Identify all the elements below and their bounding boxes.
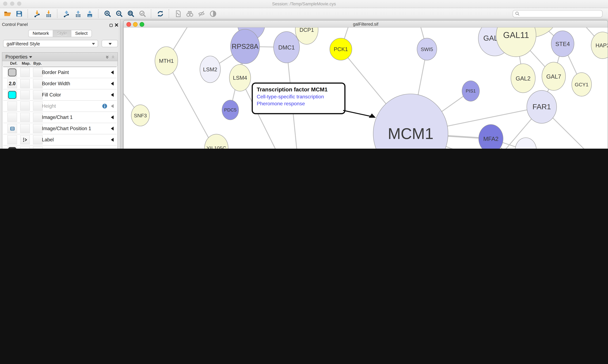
close-panel-icon[interactable] [114, 22, 119, 29]
map-cell[interactable] [20, 68, 30, 77]
import-network-icon[interactable] [32, 9, 42, 18]
contrast-icon[interactable] [208, 9, 218, 18]
node-label: GCY1 [575, 82, 589, 87]
export-image-icon[interactable] [84, 9, 95, 18]
node-lsm4[interactable]: LSM4 [229, 64, 251, 91]
property-row-border-width[interactable]: 2.0Border Width [3, 78, 117, 90]
node-label: FAR1 [532, 103, 551, 111]
map-cell[interactable] [20, 113, 30, 122]
expand-row-icon[interactable] [111, 127, 113, 130]
byp-cell[interactable] [33, 68, 42, 77]
zoom-selected-icon[interactable] [137, 9, 147, 18]
map-cell[interactable] [20, 79, 30, 88]
expand-row-icon[interactable] [111, 138, 113, 142]
node-pdc5[interactable]: PDC5 [222, 100, 239, 120]
save-icon[interactable] [14, 9, 24, 18]
byp-cell[interactable] [33, 79, 42, 88]
def-cell[interactable] [7, 90, 17, 100]
annotation-link[interactable]: Pheromone response [257, 101, 340, 106]
node-ste4[interactable]: STE4 [551, 30, 574, 57]
property-row-image-chart-position-1[interactable]: Image/Chart Position 1 [3, 123, 117, 134]
node-label: MFA2 [483, 135, 498, 142]
expand-row-icon[interactable] [111, 104, 113, 108]
node-pck1[interactable]: PCK1 [330, 38, 352, 60]
def-cell[interactable]: 2.0 [7, 79, 17, 88]
node-rps28a[interactable]: RPS28A [230, 29, 260, 64]
tab-style[interactable]: Style [53, 30, 71, 37]
byp-cell[interactable] [33, 124, 42, 133]
map-cell[interactable] [20, 124, 30, 133]
map-cell[interactable] [20, 135, 30, 144]
zoom-out-icon[interactable] [114, 9, 124, 18]
byp-cell[interactable] [33, 90, 42, 100]
node-mth1[interactable]: MTH1 [155, 47, 178, 75]
expand-row-icon[interactable] [111, 116, 113, 119]
style-options-button[interactable] [102, 40, 118, 47]
property-row-height[interactable]: Height [3, 101, 117, 112]
property-row-label-color[interactable]: Label Color [3, 146, 117, 149]
network-window-titlebar[interactable]: galFiltered.sif [124, 21, 608, 27]
float-panel-icon[interactable] [109, 22, 113, 29]
zoom-in-icon[interactable] [102, 9, 112, 18]
hide-eye-icon[interactable] [196, 9, 206, 18]
annotation-link[interactable]: Cell-type-specific transcription [257, 94, 340, 100]
node-pis1[interactable]: PIS1 [462, 80, 480, 101]
network-canvas[interactable]: RPS28ADMC1DCP1PCK1SWI5MTH1LSM2LSM4SNF3PD… [124, 27, 608, 149]
column-header: Map. [22, 61, 30, 65]
collapse-all-icon[interactable] [111, 54, 115, 61]
network-document-icon[interactable] [173, 9, 183, 18]
property-label: Border Width [42, 81, 70, 86]
color-swatch [8, 91, 16, 99]
column-header: Def. [10, 61, 17, 65]
byp-cell[interactable] [33, 135, 42, 144]
def-cell[interactable] [7, 146, 17, 149]
node-gal7[interactable]: GAL7 [542, 62, 566, 91]
property-label: Label [42, 137, 54, 143]
def-cell[interactable] [7, 68, 17, 77]
node-dmc1[interactable]: DMC1 [274, 31, 300, 63]
property-row-border-paint[interactable]: Border Paint [3, 66, 117, 78]
export-network-icon[interactable] [61, 9, 71, 18]
property-row-image-chart-1[interactable]: Image/Chart 1 [3, 112, 117, 123]
node-gcy1[interactable]: GCY1 [572, 72, 592, 96]
chevron-down-icon [92, 43, 95, 45]
properties-title[interactable]: Properties [5, 54, 32, 60]
map-cell[interactable] [20, 90, 30, 100]
binoculars-icon[interactable] [185, 9, 195, 18]
byp-cell[interactable] [33, 146, 42, 149]
node-gal2[interactable]: GAL2 [511, 64, 536, 93]
node-far1[interactable]: FAR1 [527, 90, 557, 124]
node-snf3[interactable]: SNF3 [131, 104, 150, 126]
import-table-icon[interactable] [43, 9, 54, 18]
def-cell[interactable] [7, 124, 17, 133]
refresh-icon[interactable] [155, 9, 165, 18]
expand-row-icon[interactable] [111, 71, 113, 74]
def-cell[interactable] [7, 102, 17, 111]
info-icon[interactable] [102, 104, 107, 110]
column-header: Byp. [33, 61, 42, 65]
zoom-fit-icon[interactable] [125, 9, 136, 18]
tab-select[interactable]: Select [71, 30, 92, 37]
node-lsm2[interactable]: LSM2 [200, 56, 221, 83]
node-label: LSM4 [233, 75, 247, 81]
expand-row-icon[interactable] [111, 82, 113, 86]
expand-all-icon[interactable] [105, 54, 110, 61]
session-title: Session: /Temp/SampleMovie.cys [0, 1, 608, 6]
expand-row-icon[interactable] [111, 93, 113, 97]
node-swi5[interactable]: SWI5 [417, 38, 437, 60]
export-table-icon[interactable] [73, 9, 83, 18]
open-folder-icon[interactable] [2, 9, 13, 18]
property-row-label[interactable]: Label [3, 134, 117, 146]
def-cell[interactable] [7, 135, 17, 144]
byp-cell[interactable] [33, 102, 42, 111]
search-input[interactable] [513, 10, 603, 17]
property-row-fill-color[interactable]: Fill Color [3, 90, 117, 101]
tab-network[interactable]: Network [28, 30, 53, 37]
byp-cell[interactable] [33, 113, 42, 122]
annotation-arrow [339, 104, 382, 122]
style-selector[interactable]: galFiltered Style [3, 40, 98, 47]
map-cell[interactable] [20, 102, 30, 111]
annotation-box[interactable]: Transcription factor MCM1 Cell-type-spec… [252, 83, 345, 114]
map-cell[interactable] [20, 146, 30, 149]
def-cell[interactable] [7, 113, 17, 122]
